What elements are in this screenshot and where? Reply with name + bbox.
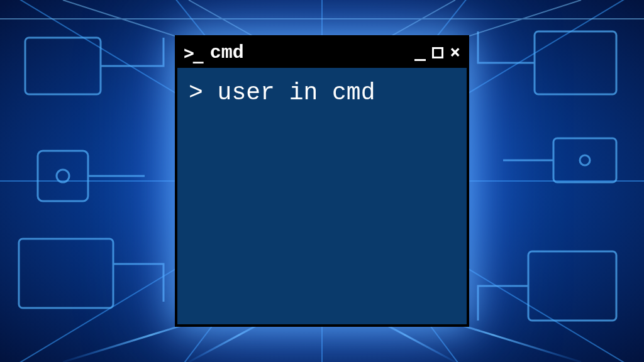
terminal-prompt-icon: >_ <box>184 43 203 63</box>
titlebar-left: >_ cmd <box>184 42 244 63</box>
window-title: cmd <box>210 42 244 63</box>
titlebar[interactable]: >_ cmd × <box>177 38 467 68</box>
terminal-line: > user in cmd <box>189 78 455 108</box>
command-text: user in cmd <box>218 79 375 106</box>
terminal-glow-wrapper: >_ cmd × > user in cmd <box>175 35 469 327</box>
terminal-window: >_ cmd × > user in cmd <box>175 35 469 327</box>
prompt-char: > <box>189 79 218 106</box>
terminal-body[interactable]: > user in cmd <box>177 68 467 324</box>
minimize-button[interactable] <box>414 45 426 61</box>
close-button[interactable]: × <box>450 43 460 61</box>
maximize-button[interactable] <box>432 45 443 61</box>
window-controls: × <box>414 44 460 62</box>
